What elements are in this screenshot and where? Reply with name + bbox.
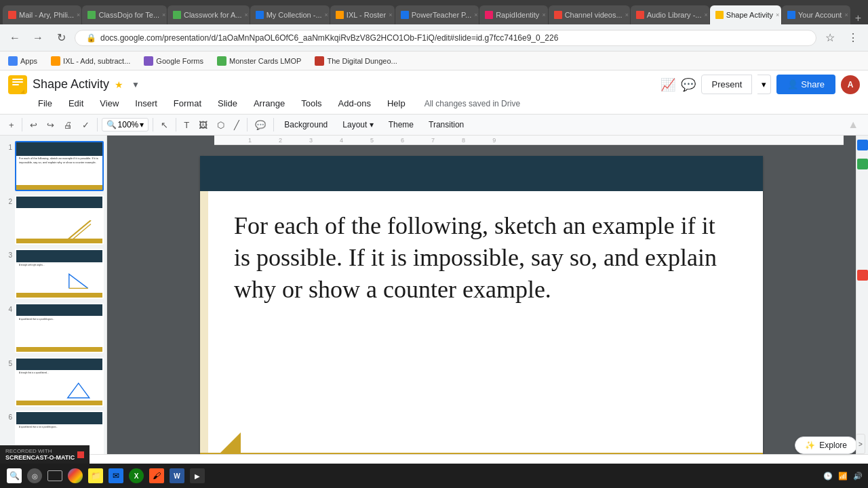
bookmark-ixl[interactable]: IXL - Add, subtract... (48, 55, 133, 67)
sep3 (153, 118, 153, 131)
side-icon-3[interactable] (857, 270, 868, 281)
slide-thumb-4[interactable]: 4 A quadrilateral that is a parallelogra… (3, 303, 104, 353)
sidebar-expand-button[interactable]: > (856, 434, 865, 454)
menu-file[interactable]: File (35, 97, 55, 110)
taskbar-word[interactable]: W (168, 467, 186, 485)
address-bar[interactable]: 🔒 docs.google.com/presentation/d/1aOaMnN… (75, 30, 816, 46)
star-button[interactable]: ★ (115, 79, 123, 90)
background-button[interactable]: Background (278, 117, 334, 132)
slide-thumb-3[interactable]: 3 A triangle with right angles... (3, 249, 104, 299)
tab-powerteacher[interactable]: PowerTeacher P... × (395, 5, 479, 24)
toolbar-line-button[interactable]: ╱ (231, 118, 243, 132)
tab-shape-activity[interactable]: Shape Activity × (710, 5, 781, 24)
tab-audio-close[interactable]: × (704, 12, 707, 18)
tab-classwork[interactable]: Classwork for A... × (167, 5, 250, 24)
slide-preview-3[interactable]: A triangle with right angles... (15, 249, 104, 299)
side-icon-2[interactable] (857, 159, 868, 169)
present-dropdown-button[interactable]: ▾ (757, 75, 771, 94)
tab-mail-close[interactable]: × (77, 12, 80, 18)
browser-tab-strip: Mail - Ary, Phili... × ClassDojo for Te.… (0, 0, 868, 24)
layout-button[interactable]: Layout ▾ (336, 117, 379, 132)
tab-youtube[interactable]: Channel videos... × (549, 5, 630, 24)
tab-shape-close[interactable]: × (776, 12, 779, 18)
slide-thumb-5[interactable]: 5 A triangle that is a quadrilateral... (3, 357, 104, 407)
theme-button[interactable]: Theme (382, 117, 420, 132)
user-avatar[interactable]: A (841, 75, 860, 94)
toolbar-cursor-button[interactable]: ↖ (157, 118, 172, 132)
tab-shape-label: Shape Activity (726, 11, 773, 19)
menu-addons[interactable]: Add-ons (336, 97, 374, 110)
menu-arrange[interactable]: Arrange (251, 97, 288, 110)
taskbar-taskview[interactable] (46, 469, 64, 483)
toolbar-comment-button[interactable]: 💬 (252, 118, 269, 132)
back-button[interactable]: ← (5, 28, 24, 47)
toolbar-spellcheck-button[interactable]: ✓ (79, 118, 93, 132)
transition-button[interactable]: Transition (422, 117, 470, 132)
toolbar-add-button[interactable]: + (5, 118, 18, 132)
tab-ixl-close[interactable]: × (389, 12, 392, 18)
bookmark-forms-label: Google Forms (156, 57, 203, 65)
chart-icon[interactable]: 📈 (660, 77, 675, 92)
taskbar-search[interactable]: 🔍 (5, 467, 23, 485)
tab-collection-close[interactable]: × (325, 12, 328, 18)
forward-button[interactable]: → (28, 28, 47, 47)
comment-icon[interactable]: 💬 (681, 77, 696, 92)
bookmark-forms[interactable]: Google Forms (141, 55, 206, 67)
menu-tools[interactable]: Tools (298, 97, 324, 110)
tab-account-close[interactable]: × (844, 12, 848, 18)
new-tab-button[interactable]: + (851, 12, 865, 24)
tab-collection[interactable]: My Collection -... × (250, 5, 330, 24)
tab-classdojo[interactable]: ClassDojo for Te... × (82, 5, 167, 24)
toolbar-print-button[interactable]: 🖨 (60, 118, 76, 132)
taskbar-mail[interactable]: ✉ (107, 467, 125, 485)
taskbar-xbox[interactable]: X (127, 467, 145, 485)
tab-powerteacher-close[interactable]: × (474, 12, 477, 18)
bookmark-monster[interactable]: Monster Cards LMOP (214, 55, 304, 67)
tab-ixl[interactable]: IXL - Roster × (330, 5, 395, 24)
toolbar-redo-button[interactable]: ↪ (43, 118, 58, 132)
menu-insert[interactable]: Insert (132, 97, 160, 110)
taskbar-paint[interactable]: 🖌 (148, 467, 165, 485)
toolbar-zoom[interactable]: 🔍 100% ▾ (102, 118, 149, 131)
menu-edit[interactable]: Edit (66, 97, 86, 110)
reload-button[interactable]: ↻ (52, 28, 71, 47)
side-icon-1[interactable] (857, 140, 868, 150)
slide-preview-5[interactable]: A triangle that is a quadrilateral... (15, 357, 104, 407)
taskbar-cortana[interactable]: ◎ (26, 467, 43, 485)
slide-canvas[interactable]: For each of the following, sketch an exa… (200, 156, 763, 454)
toolbar-shapes-button[interactable]: ⬡ (214, 118, 228, 132)
explore-icon: ✨ (805, 441, 815, 450)
slide-thumb-1[interactable]: 1 For each of the following, sketch an e… (3, 141, 104, 191)
bookmark-digital[interactable]: The Digital Dungeo... (312, 55, 399, 67)
settings-button[interactable]: ⋮ (844, 28, 863, 47)
slide-main-text[interactable]: For each of the following, sketch an exa… (234, 210, 729, 305)
toolbar-image-button[interactable]: 🖼 (195, 118, 211, 132)
menu-view[interactable]: View (97, 97, 121, 110)
slide-preview-1[interactable]: For each of the following, sketch an exa… (15, 141, 104, 191)
bookmark-button[interactable]: ☆ (821, 28, 840, 47)
taskbar-explorer[interactable]: 📁 (87, 467, 104, 485)
tab-youtube-close[interactable]: × (625, 12, 629, 18)
tab-rapididentity-close[interactable]: × (542, 12, 545, 18)
share-button[interactable]: 👤 Share (776, 75, 835, 94)
tab-mail[interactable]: Mail - Ary, Phili... × (3, 5, 81, 24)
explore-button[interactable]: ✨ Explore (795, 436, 857, 454)
menu-format[interactable]: Format (171, 97, 204, 110)
tab-audio[interactable]: Audio Library -... × (631, 5, 709, 24)
slide-preview-4[interactable]: A quadrilateral that is a parallelogram.… (15, 303, 104, 353)
slide-thumb-2[interactable]: 2 (3, 195, 104, 245)
toolbar-collapse-button[interactable]: ▲ (844, 117, 863, 132)
tab-account[interactable]: Your Account × (782, 5, 850, 24)
menu-help[interactable]: Help (384, 97, 408, 110)
taskbar-cmd[interactable]: ▶ (189, 467, 206, 485)
slide-preview-2[interactable] (15, 195, 104, 245)
toolbar-textbox-button[interactable]: T (180, 118, 193, 132)
menu-slide[interactable]: Slide (215, 97, 240, 110)
tab-rapididentity[interactable]: RapidIdentity × (479, 5, 548, 24)
tab-classdojo-close[interactable]: × (162, 12, 165, 18)
present-button[interactable]: Present (701, 75, 752, 94)
taskbar-chrome[interactable] (66, 467, 84, 485)
toolbar-undo-button[interactable]: ↩ (26, 118, 41, 132)
bookmark-apps[interactable]: Apps (5, 55, 40, 67)
tab-classwork-close[interactable]: × (245, 12, 248, 18)
